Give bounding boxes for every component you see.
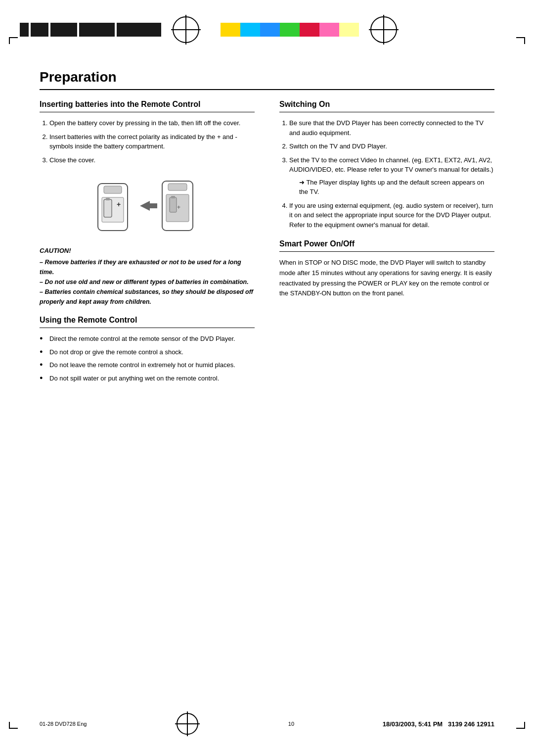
switching-step-2: Switch on the TV and DVD Player. bbox=[289, 142, 494, 151]
inserting-batteries-section: Inserting batteries into the Remote Cont… bbox=[40, 100, 255, 307]
page-footer: 01-28 DVD728 Eng 10 18/03/2003, 5:41 PM … bbox=[0, 711, 534, 736]
using-remote-title: Using the Remote Control bbox=[40, 316, 255, 328]
svg-rect-1 bbox=[104, 186, 122, 193]
left-column: Inserting batteries into the Remote Cont… bbox=[40, 100, 255, 386]
inserting-step-3: Close the cover. bbox=[49, 155, 255, 165]
svg-rect-6 bbox=[106, 198, 110, 200]
inserting-step-2: Insert batteries with the correct polari… bbox=[49, 132, 255, 151]
right-column: Switching On Be sure that the DVD Player… bbox=[279, 100, 494, 299]
remote-bullet-2: Do not drop or give the remote control a… bbox=[40, 347, 255, 357]
svg-text:+: + bbox=[117, 200, 121, 208]
switching-on-title: Switching On bbox=[279, 100, 494, 112]
svg-text:+: + bbox=[177, 204, 180, 211]
arrow-note: ➜ The Player display lights up and the d… bbox=[289, 178, 494, 197]
page-title: Preparation bbox=[40, 69, 494, 90]
caution-line-1: – Remove batteries if they are exhausted… bbox=[40, 259, 241, 276]
page-content: Preparation Inserting batteries into the… bbox=[0, 54, 534, 416]
inserting-step-1: Open the battery cover by pressing in th… bbox=[49, 118, 255, 128]
svg-rect-5 bbox=[104, 199, 112, 217]
smart-power-section: Smart Power On/Off When in STOP or NO DI… bbox=[279, 239, 494, 299]
battery-diagram-area: + – + bbox=[40, 174, 255, 238]
caution-block: CAUTION! – Remove batteries if they are … bbox=[40, 247, 255, 307]
switching-step-4: If you are using external equipment, (eg… bbox=[289, 201, 494, 230]
using-remote-bullets: Direct the remote control at the remote … bbox=[40, 334, 255, 383]
two-column-layout: Inserting batteries into the Remote Cont… bbox=[40, 100, 494, 386]
inserting-batteries-title: Inserting batteries into the Remote Cont… bbox=[40, 100, 255, 112]
caution-line-3: – Batteries contain chemical substances,… bbox=[40, 288, 253, 305]
smart-power-title: Smart Power On/Off bbox=[279, 239, 494, 252]
inserting-steps-list: Open the battery cover by pressing in th… bbox=[40, 118, 255, 165]
remote-bullet-4: Do not spill water or put anything wet o… bbox=[40, 374, 255, 383]
footer-right-info: 18/03/2003, 5:41 PM 3139 246 12911 bbox=[383, 720, 494, 728]
caution-text: – Remove batteries if they are exhausted… bbox=[40, 257, 255, 307]
switching-on-section: Switching On Be sure that the DVD Player… bbox=[279, 100, 494, 230]
svg-rect-13 bbox=[171, 196, 175, 198]
side-mark-top-right bbox=[516, 37, 525, 44]
remote-bullet-1: Direct the remote control at the remote … bbox=[40, 334, 255, 344]
svg-rect-12 bbox=[170, 197, 177, 212]
smart-power-text: When in STOP or NO DISC mode, the DVD Pl… bbox=[279, 258, 494, 299]
remote-bullet-3: Do not leave the remote control in extre… bbox=[40, 360, 255, 370]
color-blocks bbox=[221, 23, 359, 37]
switching-steps-list: Be sure that the DVD Player has been cor… bbox=[279, 118, 494, 230]
footer-crosshair bbox=[175, 711, 200, 736]
svg-marker-7 bbox=[140, 201, 157, 211]
black-bars bbox=[20, 23, 161, 37]
svg-rect-9 bbox=[168, 184, 187, 190]
footer-left-label: 01-28 DVD728 Eng bbox=[40, 721, 87, 727]
footer-center-page: 10 bbox=[288, 721, 294, 727]
crosshair-right bbox=[369, 15, 399, 45]
using-remote-section: Using the Remote Control Direct the remo… bbox=[40, 316, 255, 383]
crosshair-left bbox=[171, 15, 201, 45]
switching-step-1: Be sure that the DVD Player has been cor… bbox=[289, 118, 494, 138]
side-mark-top-left bbox=[9, 37, 18, 44]
switching-step-3: Set the TV to the correct Video In chann… bbox=[289, 155, 494, 197]
color-registration-bar bbox=[0, 15, 534, 45]
caution-line-2: – Do not use old and new or different ty… bbox=[40, 279, 249, 285]
battery-diagram-svg: + – + bbox=[93, 174, 202, 238]
caution-title: CAUTION! bbox=[40, 247, 255, 254]
